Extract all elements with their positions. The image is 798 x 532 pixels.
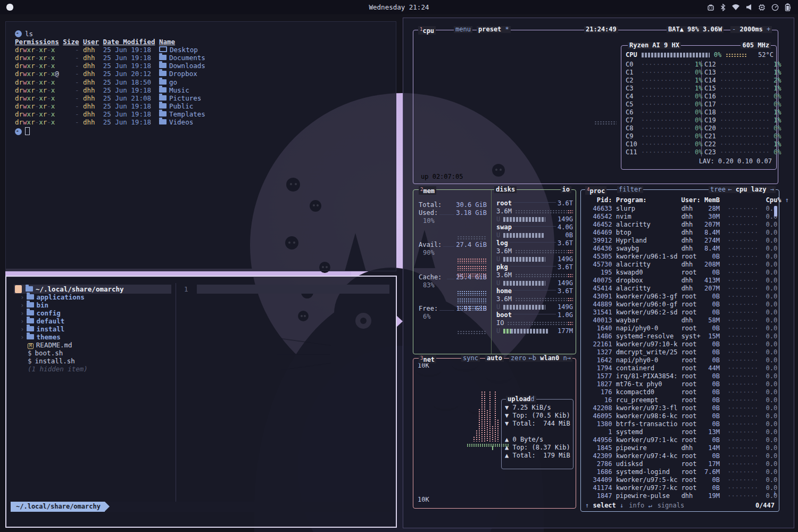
terminal-window[interactable]: ls Permissions Size User Date Modified N… xyxy=(5,21,396,271)
update-interval[interactable]: - 2000ms + xyxy=(730,26,772,33)
proc-row[interactable]: 46452 alacritty dhh 207M ········ 0.0 xyxy=(585,221,777,229)
proc-row[interactable]: 1827 mt76-tx phy0 root 0B ········ 0.0 xyxy=(585,380,777,388)
proc-row[interactable]: 1327 dmcrypt_write/25 root 0B ········ 0… xyxy=(585,348,777,356)
proc-row[interactable]: 2786 udisksd root 17M ········ 0.0 xyxy=(585,460,777,468)
chevron-right-icon: › xyxy=(20,317,24,325)
proc-tree-toggle[interactable]: tree xyxy=(709,186,727,193)
menu-button[interactable]: menu xyxy=(454,26,472,33)
core-row: C8 ············· 0% xyxy=(626,124,699,132)
select-hint[interactable]: ↑ select ↓ xyxy=(585,502,624,510)
proc-program: kworker/u97:3-fl xyxy=(616,404,681,412)
proc-mem: 0B xyxy=(704,420,720,428)
proc-row[interactable]: 1 systemd root 13M ········ 0.0 xyxy=(585,428,777,436)
net-auto-toggle[interactable]: auto xyxy=(485,355,504,362)
proc-row[interactable]: 31541 kworker/u96:2-sd root 0B ········ … xyxy=(585,309,777,317)
ls-row: drwxr-xr-x - dhh 25 Jun 19:18 Music xyxy=(15,86,396,94)
file-entry-file[interactable]: $boot.sh xyxy=(28,349,63,357)
package-icon[interactable] xyxy=(707,4,714,11)
proc-row[interactable]: 1794 containerd root 44M ········ 0.0 xyxy=(585,364,777,372)
cpu-icon[interactable] xyxy=(758,4,766,11)
proc-cpu: 0.0 xyxy=(762,380,777,388)
tab-cpu[interactable]: 1cpu xyxy=(418,26,436,35)
file-entry-dir[interactable]: ›default xyxy=(20,317,64,325)
file-entry-dir[interactable]: ›install xyxy=(20,325,64,333)
proc-row[interactable]: 45305 kworker/u96:1-sd root 0B ········ … xyxy=(585,253,777,261)
proc-row[interactable]: 42208 kworker/u97:3-fl root 0B ········ … xyxy=(585,404,777,412)
proc-row[interactable]: 16 rcu_preempt root 0B ········ 0.0 xyxy=(585,396,777,404)
file-manager-window[interactable]: ~/.local/share/omarchy ›applications›bin… xyxy=(5,276,397,528)
cwd-row[interactable]: ~/.local/share/omarchy xyxy=(26,285,124,293)
core-row: C17 ············· 0% xyxy=(704,101,778,109)
gauge-icon[interactable] xyxy=(771,4,779,11)
proc-row[interactable]: 1845 pipewire dhh 14M ········ 0.0 xyxy=(585,444,777,452)
proc-row[interactable]: 195 kswapd0 root 0B ········ 0.0 xyxy=(585,269,777,277)
proc-row[interactable]: 46095 kworker/u98:6-kc root 0B ········ … xyxy=(585,412,777,420)
proc-row[interactable]: 1486 systemd-resolve syst+ 15M ········ … xyxy=(585,332,777,340)
net-zero-toggle[interactable]: zero xyxy=(509,355,528,362)
tab-mem[interactable]: 2mem xyxy=(419,186,436,195)
prompt-line-2[interactable] xyxy=(15,126,396,136)
proc-row[interactable]: 44889 kworker/u96:0-gf root 0B ········ … xyxy=(585,301,777,309)
core-pct: 0% xyxy=(770,148,782,156)
proc-row[interactable]: 46469 btop dhh 8.4M ········ 0.0 xyxy=(585,229,777,237)
proc-row[interactable]: 34409 kworker/u97:5-kc root 0B ········ … xyxy=(585,476,777,484)
proc-row[interactable]: 45414 alacritty dhh 207M ········ 0.0 xyxy=(585,285,777,293)
net-interface-switch[interactable]: ←b wlan0 n→ xyxy=(527,355,573,362)
proc-sort-selector[interactable]: ← cpu lazy → xyxy=(726,186,776,193)
tab-proc[interactable]: 4proc xyxy=(585,186,606,195)
volume-icon[interactable] xyxy=(746,4,752,11)
proc-row[interactable]: 40075 dropbox dhh 413M ········ 0.0 xyxy=(585,277,777,285)
proc-row[interactable]: 1642 napi/phy0-0 root 0B ········ 0.0 xyxy=(585,356,777,364)
disk-name: boot xyxy=(496,311,512,319)
preset-button[interactable]: preset * xyxy=(477,26,511,33)
scroll-down-icon[interactable]: ↓ xyxy=(773,489,777,496)
wifi-icon[interactable] xyxy=(732,4,740,11)
proc-pid: 176 xyxy=(585,388,612,396)
file-entry-file[interactable]: $install.sh xyxy=(28,357,75,365)
file-entry-dir[interactable]: ›applications xyxy=(20,293,85,301)
bluetooth-icon[interactable] xyxy=(720,4,726,11)
proc-row[interactable]: 46542 nvim dhh 30M ········ 0.0 xyxy=(585,213,777,221)
btop-window[interactable]: up 02:07:05 Ryzen AI 9 HX 605 MHz CPU 0%… xyxy=(403,18,794,528)
ls-name: Dropbox xyxy=(169,70,197,78)
net-sync-toggle[interactable]: sync xyxy=(461,355,480,362)
proc-row[interactable]: 176 kcompactd0 root 0B ········ 0.0 xyxy=(585,388,777,396)
proc-row[interactable]: 45730 alacritty dhh 208M ········ 0.0 xyxy=(585,261,777,269)
proc-row[interactable]: 40013 waybar dhh 58M ········ 0.0 xyxy=(585,317,777,325)
proc-program: kworker/u97:1-kc xyxy=(616,436,681,444)
proc-row[interactable]: 44956 kworker/u97:1-kc root 0B ········ … xyxy=(585,436,777,444)
proc-row[interactable]: 22161 kworker/u97:10-k root 0B ········ … xyxy=(585,340,777,348)
proc-row[interactable]: 1847 pipewire-pulse dhh 19M ········ 0.0 xyxy=(585,492,777,500)
proc-row[interactable]: 41174 kworker/u97:7-kc root 0B ········ … xyxy=(585,484,777,492)
proc-filter-button[interactable]: filter xyxy=(617,186,643,193)
clock[interactable]: Wednesday 21:24 xyxy=(0,3,798,11)
ls-size: - xyxy=(63,86,79,94)
proc-header-row[interactable]: Pid: Program: User: MemB Cpu% ↑ xyxy=(585,196,789,204)
proc-row[interactable]: 46633 slurp dhh 28M ········ 0.0 xyxy=(585,205,777,213)
file-entry-dir[interactable]: ›config xyxy=(20,309,61,317)
proc-scrollbar[interactable] xyxy=(774,206,777,217)
pane-divider[interactable] xyxy=(176,283,176,502)
ls-date: 25 Jun 18:50 xyxy=(103,78,155,86)
proc-row[interactable]: 42309 kworker/u97:4-kc root 0B ········ … xyxy=(585,452,777,460)
tab-io[interactable]: io xyxy=(561,186,571,193)
battery-icon[interactable] xyxy=(785,3,791,11)
upload-stat: ▲ Total: 179 MiB xyxy=(505,452,570,460)
file-entry-dir[interactable]: ›bin xyxy=(20,301,48,309)
proc-row[interactable]: 43091 kworker/u96:3-gf root 0B ········ … xyxy=(585,293,777,301)
entry-name: applications xyxy=(37,293,85,301)
omarchy-logo-icon[interactable] xyxy=(6,4,13,11)
proc-row[interactable]: 46436 swaybg dhh 8.4M ········ 0.0 xyxy=(585,245,777,253)
tab-disks[interactable]: disks xyxy=(494,186,517,193)
proc-row[interactable]: 39912 Hyprland dhh 274M ········ 0.0 xyxy=(585,237,777,245)
proc-row[interactable]: 1577 irq/81-PIXA3854: root 0B ········ 0… xyxy=(585,372,777,380)
proc-row[interactable]: 1380 btrfs-transactio root 0B ········ 0… xyxy=(585,420,777,428)
proc-row[interactable]: 1686 systemd-logind root 7.6M ········ 0… xyxy=(585,468,777,476)
file-entry-dir[interactable]: ›themes xyxy=(20,333,61,341)
file-entry-file[interactable]: MREADME.md xyxy=(28,341,72,349)
proc-row[interactable]: 1640 napi/phy0-0 root 0B ········ 0.0 xyxy=(585,325,777,332)
tab-net[interactable]: 3net xyxy=(419,355,436,363)
info-hint[interactable]: info ↵ xyxy=(629,502,652,510)
signals-hint[interactable]: signals xyxy=(658,502,685,510)
proc-program: alacritty xyxy=(616,261,681,268)
